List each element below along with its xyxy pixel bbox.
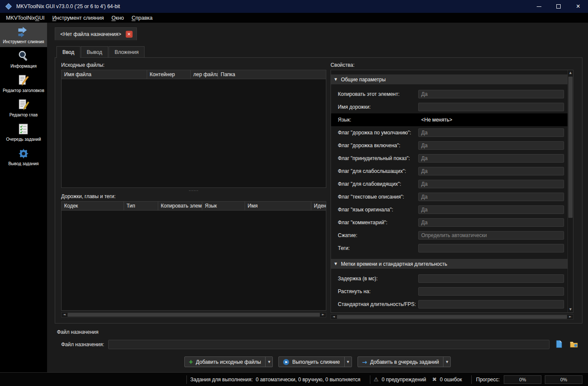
property-input[interactable] (418, 274, 564, 283)
property-input[interactable] (418, 300, 564, 309)
property-label: Флаг "комментарий": (338, 220, 418, 226)
tab-output[interactable]: Вывод (81, 46, 108, 57)
properties-scroll: ▼Общие параметрыКопировать этот элемент:… (331, 70, 567, 312)
property-input[interactable]: Да (418, 128, 564, 137)
dropdown-arrow-icon[interactable]: ▼ (265, 357, 272, 367)
title-bar: MKVToolNix GUI v73.0.0 ('25 or 6 to 4') … (0, 0, 588, 13)
file-tab[interactable]: <Нет файла назначения> × (55, 27, 137, 40)
source-files-table[interactable]: Имя файлаКонтейнерлер файлаПапка (61, 70, 326, 188)
tracks-horizontal-scrollbar[interactable]: ◄ ► (61, 312, 326, 318)
dropdown-arrow-icon[interactable]: ▼ (344, 357, 352, 367)
button-add-source-files[interactable]: +Добавить исходные файлы▼ (184, 356, 273, 367)
scroll-left-icon[interactable]: ◄ (62, 312, 67, 318)
sidebar-item-label: Вывод задания (0, 161, 47, 166)
properties-horizontal-scrollbar[interactable]: ◄ ► (331, 314, 573, 320)
menu-bar: MKVToolNix GUIИнструмент слиянияОкноСпра… (0, 13, 588, 23)
warnings-count: 0 предупреждений (382, 377, 426, 383)
property-input[interactable]: Да (418, 193, 564, 201)
property-row: Флаг "дорожка включена":Да (331, 139, 567, 152)
progress-value: 0% (519, 377, 526, 382)
app-icon (5, 3, 12, 10)
folder-star-icon (570, 340, 578, 350)
section-header[interactable]: ▼Метки времени и стандартная длительност… (331, 259, 567, 269)
menu-item-window[interactable]: Окно (108, 13, 128, 23)
maximize-button[interactable] (549, 0, 568, 13)
column-header[interactable]: Копировать элем (158, 202, 202, 210)
tracks-table[interactable]: КодекТипКопировать элемЯзыкИмяИден (61, 201, 326, 311)
property-input[interactable]: Да (418, 90, 564, 98)
tracks-body[interactable] (62, 211, 326, 310)
button-main-start-muxing[interactable]: ▶Выполнить слияние (279, 357, 344, 367)
property-input[interactable]: Да (418, 154, 564, 163)
property-input[interactable]: Да (418, 205, 564, 214)
tracks-label: Дорожки, главы и теги: (61, 193, 326, 201)
menu-item-help[interactable]: Справка (128, 13, 157, 23)
scrollbar-thumb[interactable] (337, 315, 567, 319)
main-area: <Нет файла назначения> × ВводВыводВложен… (47, 23, 588, 372)
sidebar-item-job-output[interactable]: Вывод задания (0, 145, 47, 169)
property-row: Флаг "текстовые описания":Да (331, 190, 567, 203)
scroll-down-icon[interactable]: ▼ (568, 307, 573, 312)
info-tool-icon (17, 50, 30, 62)
menu-item-mkvtoolnix-gui[interactable]: MKVToolNix GUI (2, 13, 48, 23)
column-header[interactable]: Тип (124, 202, 158, 210)
tab-input[interactable]: Ввод (56, 46, 80, 58)
property-input[interactable] (418, 244, 564, 252)
column-header[interactable]: Имя файла (62, 70, 147, 79)
property-row: Теги: (331, 242, 567, 255)
browse-destination-button[interactable] (553, 339, 564, 350)
dropdown-arrow-icon[interactable]: ▼ (443, 357, 450, 367)
section-header[interactable]: ▼Общие параметры (331, 74, 567, 84)
button-start-muxing[interactable]: ▶Выполнить слияние▼ (278, 356, 352, 367)
column-header[interactable]: Язык (202, 202, 245, 210)
button-main-add-source-files[interactable]: +Добавить исходные файлы (185, 357, 266, 367)
properties-label: Свойства: (331, 62, 573, 70)
button-main-add-to-job-queue[interactable]: →Добавить в очередь заданий (358, 357, 443, 367)
close-button[interactable]: × (568, 0, 588, 13)
splitter-handle[interactable]: ······ (61, 188, 326, 193)
column-header[interactable]: Имя (245, 202, 311, 210)
column-header[interactable]: Иден (311, 202, 326, 210)
property-input[interactable] (418, 103, 564, 111)
scroll-right-icon[interactable]: ► (567, 314, 573, 320)
sidebar-item-info-tool[interactable]: Информация (0, 47, 47, 71)
destination-folder-button[interactable] (568, 339, 579, 350)
sidebar-item-job-queue[interactable]: Очередь заданий (0, 120, 47, 145)
property-input[interactable]: Да (418, 141, 564, 150)
property-row: Язык:<Не менять> (331, 113, 567, 126)
property-label: Флаг "для слабовидящих": (338, 181, 418, 187)
button-add-to-job-queue[interactable]: →Добавить в очередь заданий▼ (358, 356, 451, 367)
property-input[interactable]: Да (418, 218, 564, 227)
column-header[interactable]: Кодек (62, 202, 124, 210)
property-input[interactable]: Определить автоматически (418, 231, 564, 240)
pending-jobs-status: Задания для выполнения: 0 автоматически,… (190, 377, 360, 383)
property-input[interactable]: Да (418, 180, 564, 188)
scroll-right-icon[interactable]: ► (320, 312, 326, 318)
property-input[interactable]: Да (418, 167, 564, 175)
sidebar-item-merge-tool[interactable]: Инструмент слияния (0, 23, 47, 47)
column-header[interactable]: лер файла (191, 70, 218, 79)
tab-attachments[interactable]: Вложения (109, 46, 145, 57)
source-files-body[interactable] (62, 79, 326, 187)
minimize-icon (537, 6, 541, 7)
destination-file-input[interactable] (108, 340, 550, 349)
action-buttons: +Добавить исходные файлы▼▶Выполнить слия… (47, 356, 588, 367)
property-input[interactable] (418, 287, 564, 296)
column-header[interactable]: Контейнер (147, 70, 191, 79)
menu-item-merge-tool[interactable]: Инструмент слияния (48, 13, 107, 23)
property-value[interactable]: <Не менять> (418, 117, 564, 123)
scrollbar-thumb[interactable] (568, 77, 573, 218)
scrollbar-track[interactable] (568, 76, 573, 307)
properties-vertical-scrollbar[interactable]: ▲ ▼ (567, 70, 573, 312)
job-output-icon (17, 147, 30, 160)
tracks-header: КодекТипКопировать элемЯзыкИмяИден (62, 202, 326, 211)
column-header[interactable]: Папка (218, 70, 326, 79)
sidebar-item-chapter-editor[interactable]: Редактор глав (0, 96, 47, 120)
destination-row: Файл назначения: (61, 339, 579, 350)
sidebar-item-header-editor[interactable]: Редактор заголовков (0, 71, 47, 96)
scrollbar-thumb[interactable] (68, 313, 320, 317)
tab-close-button[interactable]: × (126, 31, 133, 38)
scroll-up-icon[interactable]: ▲ (568, 70, 573, 76)
minimize-button[interactable] (529, 0, 549, 13)
scroll-left-icon[interactable]: ◄ (331, 314, 337, 320)
